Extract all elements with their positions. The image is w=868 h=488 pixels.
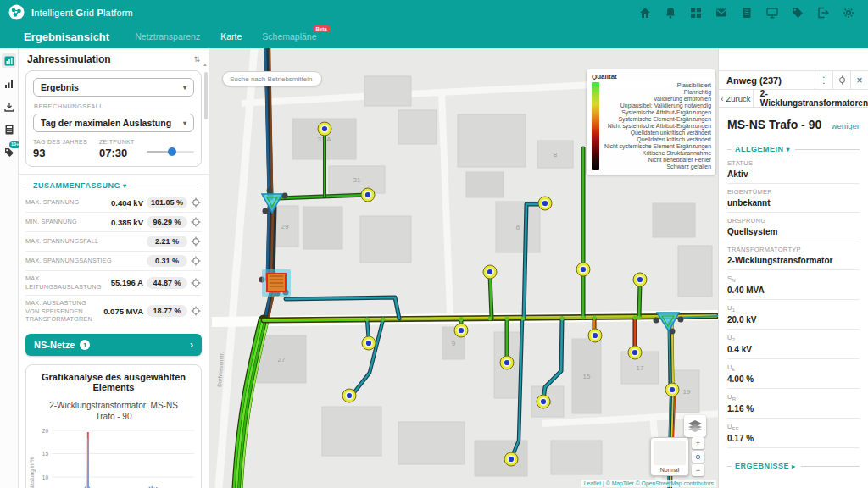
leaflet-link[interactable]: Leaflet xyxy=(584,480,601,486)
show-less-link[interactable]: weniger xyxy=(832,121,860,130)
field-uk: Uk4.00 % xyxy=(727,359,860,389)
general-section-header[interactable]: ALLGEMEIN▾ xyxy=(727,145,860,153)
locate-target-icon[interactable] xyxy=(191,256,201,266)
settings-gear-icon[interactable] xyxy=(843,7,854,19)
locate-target-icon[interactable] xyxy=(191,278,201,288)
display-icon[interactable] xyxy=(766,7,778,19)
sidebar-item-tags-icon[interactable]: 10+ xyxy=(2,145,16,159)
network-node[interactable] xyxy=(665,383,679,396)
secondary-nav: Ergebnisansicht Netztransparenz Karte Sc… xyxy=(0,25,868,48)
sort-icon[interactable]: ⇅ xyxy=(193,55,200,64)
field-ufe: UFE0.17 % xyxy=(727,419,860,448)
tab-netztransparenz[interactable]: Netztransparenz xyxy=(135,31,200,42)
network-node[interactable] xyxy=(361,188,375,202)
transformer-marker[interactable] xyxy=(262,269,291,297)
app-header: Intelligent Grid Platform Ergebnisansich… xyxy=(0,0,868,48)
network-node[interactable] xyxy=(537,395,550,408)
chart-ylabel: Auslastung in % xyxy=(29,458,36,488)
field-u2: U20.4 kV xyxy=(727,330,860,359)
legend-item: Kritische Strukturannahme xyxy=(604,150,711,157)
layers-button[interactable] xyxy=(684,415,706,437)
locate-target-icon[interactable] xyxy=(191,236,201,247)
tab-karte[interactable]: Karte xyxy=(220,31,242,42)
results-section-header[interactable]: ERGEBNISSE▸ xyxy=(727,462,860,470)
building xyxy=(398,110,437,144)
sidebar-item-calculator-icon[interactable] xyxy=(2,122,16,136)
network-node[interactable] xyxy=(318,122,331,136)
building-label: 19 xyxy=(683,388,691,396)
mail-icon[interactable] xyxy=(715,7,727,19)
network-node[interactable] xyxy=(500,356,514,369)
network-node[interactable] xyxy=(454,324,468,337)
simulation-panel: Jahressimulation ⇅ Ergebnis▾ BERECHNUNGS… xyxy=(19,48,209,488)
result-select[interactable]: Ergebnis▾ xyxy=(33,78,194,97)
building xyxy=(322,407,381,456)
time-slider-thumb[interactable] xyxy=(168,147,176,156)
zoom-out-button[interactable]: − xyxy=(692,464,704,476)
legend-item: Quelldaten kritisch verändert xyxy=(604,136,711,143)
building xyxy=(458,114,526,167)
notifications-icon[interactable] xyxy=(665,7,676,19)
summary-row: MAX. SPANNUNG0.404 kV101.05 % xyxy=(25,193,202,213)
network-node[interactable] xyxy=(538,197,552,210)
locate-target-icon[interactable] xyxy=(191,197,201,208)
summary-row: MAX. SPANNUNGSANSTIEG0.31 % xyxy=(25,252,202,271)
summary-row: MAX. LEITUNGSAUSLASTUNG55.196 A44.87 % xyxy=(25,271,202,296)
summary-section-header[interactable]: ZUSAMMENFASSUNG▾ xyxy=(19,181,209,190)
day-label: TAG DES JAHRES xyxy=(33,139,99,145)
apps-grid-icon[interactable] xyxy=(690,7,702,19)
kebab-menu-icon[interactable]: ⋮ xyxy=(815,71,832,89)
time-value: 07:30 xyxy=(99,147,143,159)
network-node[interactable] xyxy=(342,389,356,402)
legend-item: Quelldaten unkritisch verändert xyxy=(604,130,711,136)
svg-text:20: 20 xyxy=(42,428,49,434)
tab-2-wicklungstransformatoren[interactable]: 2-Wicklungstransformatoren xyxy=(754,90,868,107)
basemap-label: Normal xyxy=(651,465,688,475)
close-icon[interactable]: × xyxy=(850,71,868,89)
locate-button[interactable] xyxy=(692,451,704,463)
maptiler-link[interactable]: © MapTiler xyxy=(606,480,634,486)
zoom-in-button[interactable]: + xyxy=(692,437,704,449)
network-node[interactable] xyxy=(628,346,642,359)
ns-netze-button[interactable]: NS-Netze 1 › xyxy=(25,334,202,356)
station-marker[interactable] xyxy=(657,313,679,331)
network-node[interactable] xyxy=(576,263,590,276)
scroll-up-icon[interactable]: ▲ xyxy=(203,62,208,67)
back-button[interactable]: ‹Zurück xyxy=(719,90,754,107)
page-title: Ergebnisansicht xyxy=(24,30,109,43)
basemap-selector[interactable]: Normal xyxy=(650,437,689,476)
network-node[interactable] xyxy=(504,452,518,466)
time-slider[interactable] xyxy=(147,151,194,153)
network-node[interactable] xyxy=(633,273,647,286)
chevron-down-icon: ▾ xyxy=(123,182,127,190)
legend-item: Plausibilisiert xyxy=(604,82,711,89)
sidebar-item-results-icon[interactable] xyxy=(2,53,16,68)
tab-schemaplaene[interactable]: SchemapläneBeta xyxy=(262,31,316,42)
map-search-input[interactable]: Suche nach Betriebsmitteln xyxy=(222,71,322,86)
locate-target-icon[interactable] xyxy=(832,71,850,89)
logout-icon[interactable] xyxy=(817,7,829,19)
locate-target-icon[interactable] xyxy=(191,306,201,316)
left-panel-scrollbar[interactable]: ▲ xyxy=(204,70,209,488)
quality-legend: Qualität PlausibilisiertPlanrichtigValid… xyxy=(587,69,715,175)
analysis-subtitle: 2-Wicklungstransformator: MS-NS Trafo - … xyxy=(46,400,181,422)
network-node[interactable] xyxy=(588,329,602,342)
summary-rows: MAX. SPANNUNG0.404 kV101.05 % MIN. SPANN… xyxy=(19,193,209,327)
journal-icon[interactable] xyxy=(741,7,753,19)
detail-panel: Anweg (237) ⋮ × ‹Zurück 2-Wicklungstrans… xyxy=(718,48,868,488)
analysis-chart[interactable]: 0 5 10 15 20 Auslastung in % xyxy=(26,427,201,488)
sidebar-item-download-icon[interactable] xyxy=(2,99,16,114)
network-node[interactable] xyxy=(483,265,497,279)
network-map[interactable]: Dorfwiesenstr. 31 A3129689111315171927 xyxy=(209,48,718,488)
network-node[interactable] xyxy=(362,336,376,350)
load-line-series xyxy=(53,439,195,488)
icon-sidebar: 10+ xyxy=(0,48,19,488)
osm-link[interactable]: © OpenStreetMap contributors xyxy=(636,480,714,486)
locate-target-icon[interactable] xyxy=(191,217,201,227)
field-eigentuemer: EIGENTÜMERunbekannt xyxy=(727,184,860,213)
tag-icon[interactable] xyxy=(792,7,804,19)
case-select[interactable]: Tag der maximalen Auslastung▾ xyxy=(33,114,194,132)
sidebar-item-barchart-icon[interactable] xyxy=(2,76,16,91)
home-icon[interactable] xyxy=(639,7,651,19)
chevron-right-icon: › xyxy=(190,339,193,351)
